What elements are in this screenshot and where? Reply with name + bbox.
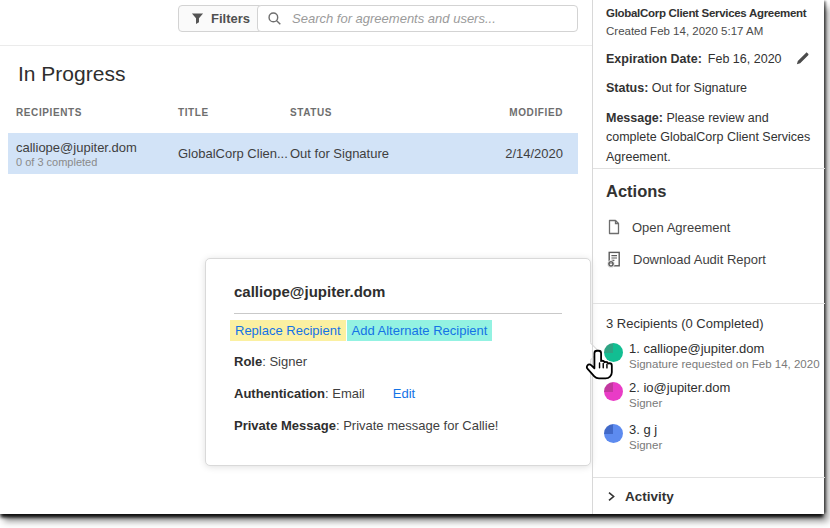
recipient-sub-2: Signer — [629, 397, 662, 409]
role-line: Role: Signer — [234, 354, 307, 369]
download-audit-report-label: Download Audit Report — [633, 252, 766, 267]
topbar-divider — [0, 45, 592, 46]
filters-button[interactable]: Filters — [178, 5, 263, 32]
filters-button-label: Filters — [211, 11, 250, 26]
status-value: Out for Signature — [652, 81, 747, 95]
page-title: In Progress — [18, 62, 125, 86]
audit-report-icon — [606, 251, 623, 268]
search-input[interactable] — [290, 10, 568, 27]
recipient-avatar-1[interactable] — [604, 343, 623, 362]
role-label: Role — [234, 354, 262, 369]
app-window: Filters In Progress RECIPIENTS TITLE STA… — [0, 0, 824, 514]
detail-sidebar: GlobalCorp Client Services Agreement Cre… — [592, 0, 824, 514]
recipient-name-3[interactable]: 3. g j — [629, 422, 657, 437]
role-value: : Signer — [262, 354, 307, 369]
agreement-created: Created Feb 14, 2020 5:17 AM — [606, 25, 763, 37]
private-message-value: : Private message for Callie! — [336, 418, 499, 433]
sidebar-divider — [593, 477, 825, 478]
activity-section-toggle[interactable]: Activity — [606, 489, 674, 504]
edit-authentication-link[interactable]: Edit — [393, 386, 415, 401]
status-row: Status: Out for Signature — [606, 81, 747, 95]
row-completion-status: 0 of 3 completed — [16, 156, 97, 168]
recipient-avatar-2[interactable] — [604, 382, 623, 401]
activity-label: Activity — [625, 489, 674, 504]
table-row[interactable]: calliope@jupiter.dom 0 of 3 completed Gl… — [8, 133, 578, 174]
row-agreement-title: GlobalCorp Clien... — [178, 146, 288, 161]
popover-divider — [234, 313, 562, 314]
agreement-title: GlobalCorp Client Services Agreement — [606, 7, 806, 19]
recipient-avatar-3[interactable] — [604, 424, 623, 443]
recipient-popover: calliope@jupiter.dom Replace RecipientAd… — [205, 258, 591, 466]
recipient-name-2[interactable]: 2. io@jupiter.dom — [629, 380, 730, 395]
add-alternate-recipient-link[interactable]: Add Alternate Recipient — [347, 320, 493, 341]
edit-expiration-pencil-icon[interactable] — [795, 51, 810, 66]
replace-recipient-link[interactable]: Replace Recipient — [230, 320, 346, 341]
main-pane: Filters In Progress RECIPIENTS TITLE STA… — [0, 0, 592, 514]
recipient-sub-1: Signature requested on Feb 14, 2020 — [629, 358, 820, 370]
chevron-right-icon — [606, 491, 616, 502]
expiration-label: Expiration Date: — [606, 52, 702, 66]
search-box[interactable] — [257, 5, 578, 32]
column-header-title[interactable]: TITLE — [178, 107, 209, 118]
filter-funnel-icon — [191, 12, 204, 25]
authentication-value: : Email — [325, 386, 365, 401]
sidebar-divider — [593, 168, 825, 169]
download-audit-report-button[interactable]: Download Audit Report — [606, 251, 766, 268]
open-agreement-button[interactable]: Open Agreement — [606, 219, 730, 235]
column-header-status[interactable]: STATUS — [290, 107, 332, 118]
column-header-recipients[interactable]: RECIPIENTS — [16, 107, 82, 118]
search-icon — [267, 11, 282, 26]
document-icon — [606, 219, 622, 235]
authentication-label: Authentication — [234, 386, 325, 401]
row-modified-date: 2/14/2020 — [505, 146, 563, 161]
recipients-heading: 3 Recipients (0 Completed) — [606, 316, 764, 331]
private-message-line: Private Message: Private message for Cal… — [234, 418, 498, 433]
private-message-label: Private Message — [234, 418, 336, 433]
open-agreement-label: Open Agreement — [632, 220, 730, 235]
popover-title: calliope@jupiter.dom — [234, 283, 385, 300]
column-header-modified[interactable]: MODIFIED — [509, 107, 563, 118]
message-row: Message: Please review and complete Glob… — [606, 109, 819, 167]
expiration-row: Expiration Date: Feb 16, 2020 — [606, 51, 810, 66]
recipient-sub-3: Signer — [629, 439, 662, 451]
actions-heading: Actions — [606, 182, 667, 201]
sidebar-divider — [593, 303, 825, 304]
recipient-name-1[interactable]: 1. calliope@jupiter.dom — [629, 341, 764, 356]
expiration-value: Feb 16, 2020 — [708, 52, 782, 66]
authentication-line: Authentication: EmailEdit — [234, 386, 415, 401]
row-status: Out for Signature — [290, 146, 389, 161]
status-label: Status: — [606, 81, 648, 95]
row-recipient-email: calliope@jupiter.dom — [16, 140, 137, 155]
message-label: Message: — [606, 111, 663, 125]
